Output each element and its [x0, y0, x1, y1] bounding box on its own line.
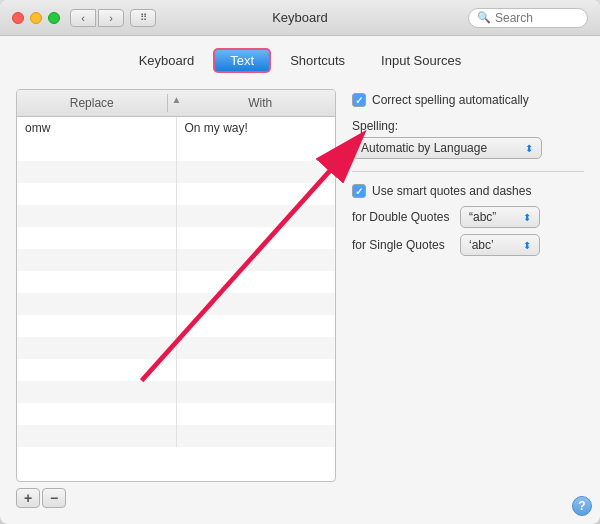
table-row	[17, 359, 335, 381]
double-quotes-label: for Double Quotes	[352, 210, 452, 224]
search-box[interactable]: 🔍	[468, 8, 588, 28]
text-replacement-table: Replace ▲ With omw On my way!	[16, 89, 336, 482]
table-header: Replace ▲ With	[17, 90, 335, 117]
tabs-bar: Keyboard Text Shortcuts Input Sources	[0, 36, 600, 81]
spelling-dropdown-value: Automatic by Language	[361, 141, 487, 155]
table-row	[17, 139, 335, 161]
table-row	[17, 271, 335, 293]
correct-spelling-checkbox[interactable]	[352, 93, 366, 107]
table-row	[17, 205, 335, 227]
table-row	[17, 227, 335, 249]
nav-buttons: ‹ ›	[70, 9, 124, 27]
tab-keyboard[interactable]: Keyboard	[122, 48, 212, 73]
table-row	[17, 403, 335, 425]
spelling-section: Spelling: Automatic by Language ⬍	[352, 119, 584, 159]
single-quotes-value: ‘abc’	[469, 238, 494, 252]
smart-quotes-label: Use smart quotes and dashes	[372, 184, 531, 198]
table-actions: + −	[16, 488, 336, 508]
tab-text[interactable]: Text	[213, 48, 271, 73]
table-row	[17, 161, 335, 183]
maximize-button[interactable]	[48, 12, 60, 24]
col-with-header: With	[185, 94, 335, 112]
search-input[interactable]	[495, 11, 585, 25]
single-quotes-dropdown[interactable]: ‘abc’ ⬍	[460, 234, 540, 256]
remove-row-button[interactable]: −	[42, 488, 66, 508]
double-quotes-dropdown-arrow-icon: ⬍	[523, 212, 531, 223]
traffic-lights	[12, 12, 60, 24]
spelling-dropdown-arrow-icon: ⬍	[525, 143, 533, 154]
keyboard-window: ‹ › ⠿ Keyboard 🔍 Keyboard Text Shortcuts…	[0, 0, 600, 524]
table-row[interactable]: omw On my way!	[17, 117, 335, 139]
table-row	[17, 381, 335, 403]
content-wrapper: Keyboard Text Shortcuts Input Sources Re…	[0, 36, 600, 524]
single-quotes-dropdown-arrow-icon: ⬍	[523, 240, 531, 251]
correct-spelling-label: Correct spelling automatically	[372, 93, 529, 107]
smart-quotes-row: Use smart quotes and dashes	[352, 184, 584, 198]
spelling-dropdown[interactable]: Automatic by Language ⬍	[352, 137, 542, 159]
tab-input-sources[interactable]: Input Sources	[364, 48, 478, 73]
back-button[interactable]: ‹	[70, 9, 96, 27]
correct-spelling-row: Correct spelling automatically	[352, 93, 584, 107]
double-quotes-value: “abc”	[469, 210, 496, 224]
table-row	[17, 337, 335, 359]
single-quotes-row: for Single Quotes ‘abc’ ⬍	[352, 234, 584, 256]
col-replace-header: Replace	[17, 94, 168, 112]
quotes-section: for Double Quotes “abc” ⬍ for Single Quo…	[352, 206, 584, 256]
table-row	[17, 183, 335, 205]
content-area: Replace ▲ With omw On my way!	[0, 81, 600, 524]
single-quotes-label: for Single Quotes	[352, 238, 452, 252]
table-body: omw On my way!	[17, 117, 335, 482]
cell-replace: omw	[17, 117, 177, 139]
close-button[interactable]	[12, 12, 24, 24]
table-row	[17, 249, 335, 271]
divider	[352, 171, 584, 172]
minimize-button[interactable]	[30, 12, 42, 24]
window-title: Keyboard	[272, 10, 328, 25]
right-panel: Correct spelling automatically Spelling:…	[352, 89, 584, 508]
tab-shortcuts[interactable]: Shortcuts	[273, 48, 362, 73]
sort-arrow-icon: ▲	[168, 94, 186, 112]
double-quotes-dropdown[interactable]: “abc” ⬍	[460, 206, 540, 228]
smart-quotes-checkbox[interactable]	[352, 184, 366, 198]
app-grid-button[interactable]: ⠿	[130, 9, 156, 27]
titlebar: ‹ › ⠿ Keyboard 🔍	[0, 0, 600, 36]
forward-button[interactable]: ›	[98, 9, 124, 27]
double-quotes-row: for Double Quotes “abc” ⬍	[352, 206, 584, 228]
help-button[interactable]: ?	[572, 496, 592, 516]
table-row	[17, 425, 335, 447]
table-row	[17, 293, 335, 315]
left-panel: Replace ▲ With omw On my way!	[16, 89, 336, 508]
table-row	[17, 315, 335, 337]
spelling-label: Spelling:	[352, 119, 584, 133]
add-row-button[interactable]: +	[16, 488, 40, 508]
search-icon: 🔍	[477, 11, 491, 24]
cell-with: On my way!	[177, 117, 336, 139]
